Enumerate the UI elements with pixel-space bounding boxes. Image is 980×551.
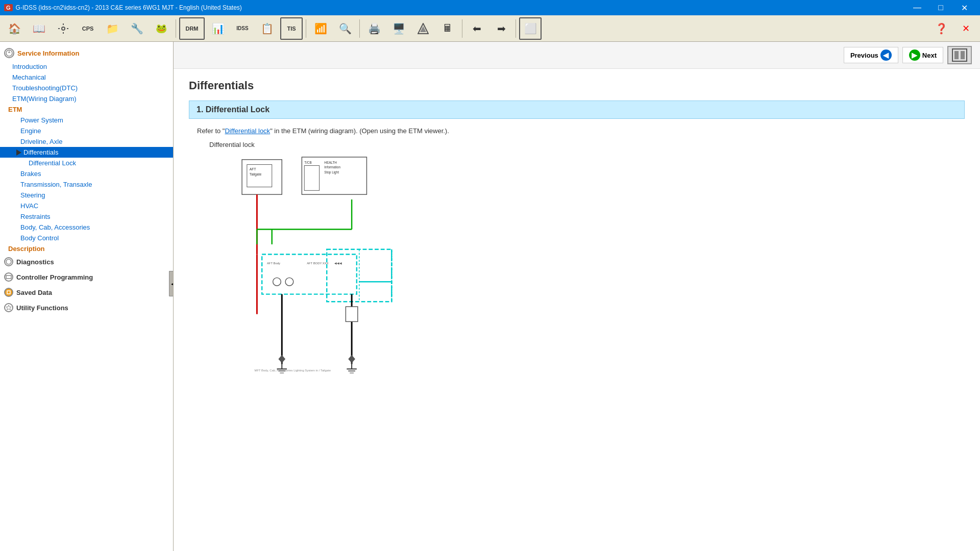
sidebar-item-introduction[interactable]: Introduction bbox=[0, 61, 173, 72]
close-button[interactable]: ✕ bbox=[952, 0, 976, 15]
toolbar-separator-2 bbox=[306, 19, 306, 38]
maximize-button[interactable]: □ bbox=[929, 0, 952, 15]
sidebar-inner: Service Information Introduction Mechani… bbox=[0, 42, 173, 318]
troubleshooting-label: Troubleshooting(DTC) bbox=[12, 84, 78, 92]
next-label: Next bbox=[922, 52, 937, 59]
sidebar-item-etm-wiring[interactable]: ETM(Wiring Diagram) bbox=[0, 93, 173, 104]
svg-text:Information: Information bbox=[324, 165, 340, 169]
diagnostics-icon bbox=[4, 257, 13, 266]
idss-button[interactable]: IDSS bbox=[231, 17, 254, 40]
frog-button[interactable]: 🐸 bbox=[150, 17, 173, 40]
capture-button[interactable]: ⬜ bbox=[519, 17, 542, 40]
back-button[interactable]: ⬅ bbox=[465, 17, 488, 40]
book-button[interactable]: 📖 bbox=[28, 17, 50, 40]
sidebar-item-transmission[interactable]: Transmission, Transaxle bbox=[0, 179, 173, 190]
sidebar-item-saveddata[interactable]: Saved Data bbox=[0, 285, 173, 300]
settings-button[interactable] bbox=[52, 17, 75, 40]
power-system-label: Power System bbox=[20, 116, 63, 124]
utility-label: Utility Functions bbox=[16, 304, 68, 312]
chart-button[interactable]: 📊 bbox=[207, 17, 229, 40]
sidebar-item-body-control[interactable]: Body Control bbox=[0, 233, 173, 243]
sidebar-item-differential-lock[interactable]: Differential Lock bbox=[0, 158, 173, 168]
cps-button[interactable]: CPS bbox=[77, 17, 99, 40]
calc-button[interactable]: 🖩 bbox=[436, 17, 459, 40]
sidebar-item-steering[interactable]: Steering bbox=[0, 190, 173, 201]
body-cab-label: Body, Cab, Accessories bbox=[20, 223, 90, 231]
toolbar-separator-4 bbox=[462, 19, 462, 38]
sidebar-item-diagnostics[interactable]: Diagnostics bbox=[0, 254, 173, 269]
sidebar-item-differentials[interactable]: Differentials bbox=[0, 147, 173, 158]
utility-icon bbox=[4, 303, 13, 312]
service-information-label: Service Information bbox=[17, 49, 79, 57]
sidebar-item-etm[interactable]: ETM bbox=[0, 104, 173, 115]
wiring-diagram-container: AFT Tailgate T/CB HEALTH Information Sto… bbox=[209, 155, 464, 374]
svg-text:Tailgate: Tailgate bbox=[250, 172, 262, 177]
toolbar-separator-1 bbox=[176, 19, 176, 38]
forward-button[interactable]: ➡ bbox=[490, 17, 512, 40]
body-control-label: Body Control bbox=[20, 234, 59, 242]
minimize-button[interactable]: — bbox=[905, 0, 929, 15]
mechanical-label: Mechanical bbox=[12, 73, 46, 81]
sidebar-item-body-cab[interactable]: Body, Cab, Accessories bbox=[0, 222, 173, 233]
exit-button[interactable]: ✕ bbox=[954, 17, 977, 40]
controller-icon bbox=[4, 272, 13, 282]
sidebar-item-hvac[interactable]: HVAC bbox=[0, 201, 173, 211]
report-button[interactable]: 📋 bbox=[256, 17, 278, 40]
toolbar-separator-5 bbox=[516, 19, 516, 38]
svg-point-32 bbox=[285, 278, 293, 286]
content-header: Previous ◀ ▶ Next bbox=[174, 42, 980, 69]
titlebar-controls: — □ ✕ bbox=[905, 0, 976, 15]
brakes-label: Brakes bbox=[20, 170, 41, 178]
steering-label: Steering bbox=[20, 191, 45, 199]
previous-button[interactable]: Previous ◀ bbox=[844, 47, 898, 63]
titlebar: G G-IDSS (idss-cn2\idss-cn2) - 2013 C&E … bbox=[0, 0, 980, 15]
svg-text:AFT BODY XXX: AFT BODY XXX bbox=[307, 262, 329, 265]
drm-button[interactable]: DRM bbox=[179, 17, 205, 40]
section-number: 1. bbox=[197, 105, 203, 114]
wrench-button[interactable]: 🔧 bbox=[126, 17, 148, 40]
view-mode-button[interactable] bbox=[947, 46, 972, 64]
section-header: 1. Differential Lock bbox=[189, 101, 965, 119]
diagram-label: Differential lock bbox=[209, 141, 965, 148]
toolbar: 🏠 📖 CPS 📁 🔧 🐸 DRM 📊 IDSS 📋 TIS 📶 🔍 🖨️ 🖥️… bbox=[0, 15, 980, 42]
search-button[interactable]: 🔍 bbox=[334, 17, 356, 40]
engine-label: Engine bbox=[20, 127, 41, 135]
sidebar-item-power-system[interactable]: Power System bbox=[0, 115, 173, 126]
description-label: Description bbox=[8, 245, 45, 253]
saveddata-label: Saved Data bbox=[16, 289, 52, 296]
sidebar-item-controller[interactable]: Controller Programming bbox=[0, 269, 173, 285]
restraints-label: Restraints bbox=[20, 213, 51, 220]
svg-text:HEALTH: HEALTH bbox=[324, 161, 337, 164]
previous-label: Previous bbox=[850, 52, 878, 59]
folder-button[interactable]: 📁 bbox=[101, 17, 124, 40]
signal-button[interactable]: 📶 bbox=[309, 17, 332, 40]
tis-button[interactable]: TIS bbox=[280, 17, 303, 40]
sidebar-item-brakes[interactable]: Brakes bbox=[0, 168, 173, 179]
section-refer-text: Refer to "Differential lock" in the ETM … bbox=[197, 127, 965, 135]
sidebar-item-utility[interactable]: Utility Functions bbox=[0, 300, 173, 315]
differential-lock-link[interactable]: Differential lock bbox=[225, 127, 270, 135]
svg-rect-39 bbox=[346, 307, 357, 321]
introduction-label: Introduction bbox=[12, 63, 47, 70]
section-title: Differential Lock bbox=[206, 105, 270, 114]
sidebar-item-engine[interactable]: Engine bbox=[0, 126, 173, 136]
network-button[interactable] bbox=[412, 17, 434, 40]
titlebar-left: G G-IDSS (idss-cn2\idss-cn2) - 2013 C&E … bbox=[4, 4, 242, 11]
main-layout: Service Information Introduction Mechani… bbox=[0, 42, 980, 551]
help-button[interactable]: ❓ bbox=[930, 17, 952, 40]
saveddata-icon bbox=[4, 288, 13, 297]
next-button[interactable]: ▶ Next bbox=[902, 47, 943, 63]
service-information-section[interactable]: Service Information bbox=[0, 45, 173, 61]
app-logo: G bbox=[4, 4, 13, 11]
home-button[interactable]: 🏠 bbox=[3, 17, 26, 40]
sidebar-item-description[interactable]: Description bbox=[0, 243, 173, 254]
sidebar-item-driveline[interactable]: Driveline, Axle bbox=[0, 136, 173, 147]
monitor-button[interactable]: 🖥️ bbox=[387, 17, 410, 40]
sidebar-collapse-button[interactable]: ◀ bbox=[169, 271, 174, 296]
svg-point-5 bbox=[9, 51, 10, 52]
sidebar-item-restraints[interactable]: Restraints bbox=[0, 211, 173, 222]
sidebar-item-troubleshooting[interactable]: Troubleshooting(DTC) bbox=[0, 83, 173, 93]
sidebar-item-mechanical[interactable]: Mechanical bbox=[0, 72, 173, 83]
print-button[interactable]: 🖨️ bbox=[363, 17, 385, 40]
content-body: Differentials 1. Differential Lock Refer… bbox=[174, 69, 980, 384]
